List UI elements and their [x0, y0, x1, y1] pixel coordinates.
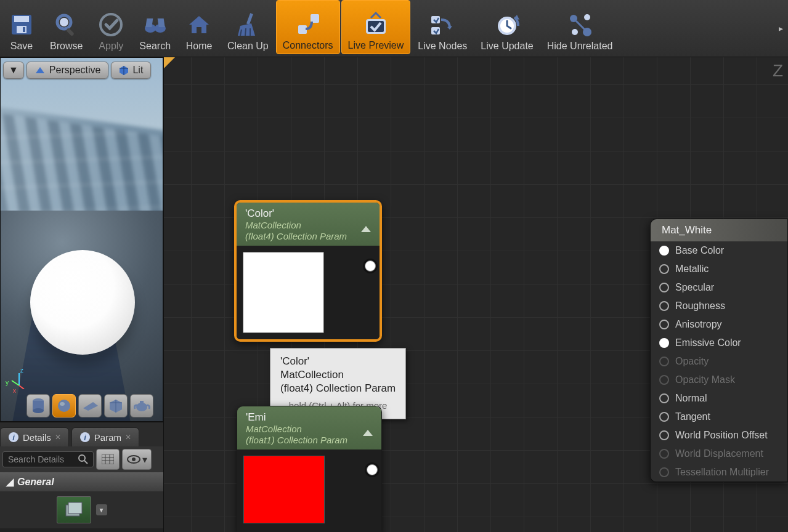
cube-icon	[119, 65, 129, 75]
material-pin-roughness[interactable]: Roughness	[651, 297, 787, 315]
tab-details[interactable]: i Details ✕	[0, 427, 69, 446]
material-pin-tangent[interactable]: Tangent	[651, 408, 787, 426]
node-header[interactable]: 'Emi MatCollection (float1) Collection P…	[237, 406, 381, 449]
viewport-perspective-dropdown[interactable]: Perspective	[26, 62, 109, 79]
material-pin-metallic[interactable]: Metallic	[651, 260, 787, 278]
material-pin-world-position-offset[interactable]: World Position Offset	[651, 426, 787, 445]
input-pin[interactable]	[659, 283, 669, 292]
preview-shape-row	[26, 394, 153, 417]
node-handle[interactable]	[248, 200, 261, 201]
pin-label: Tangent	[675, 411, 710, 422]
save-button[interactable]: Save	[1, 0, 43, 54]
input-pin[interactable]	[659, 393, 669, 403]
material-pins: Base ColorMetallicSpecularRoughnessAniso…	[651, 241, 787, 482]
material-pin-tessellation-multiplier[interactable]: Tessellation Multiplier	[651, 463, 787, 482]
cleanup-button[interactable]: Clean Up	[221, 0, 275, 54]
pin-label: Roughness	[675, 300, 725, 312]
home-button[interactable]: Home	[178, 0, 220, 54]
material-thumbnail[interactable]	[57, 496, 91, 523]
material-pin-opacity-mask[interactable]: Opacity Mask	[651, 371, 787, 389]
material-pin-world-displacement[interactable]: World Displacement	[651, 445, 787, 463]
preview-viewport[interactable]: ▼ Perspective Lit zyx	[0, 57, 163, 422]
pin-label: Specular	[675, 282, 714, 293]
live-preview-button[interactable]: Live Preview	[341, 0, 411, 54]
svg-point-47	[132, 457, 136, 461]
svg-rect-14	[311, 14, 319, 23]
section-general-header[interactable]: ◢General	[0, 472, 163, 491]
connectors-button[interactable]: Connectors	[276, 0, 340, 54]
connectors-icon	[293, 9, 323, 39]
shape-cube-button[interactable]	[104, 394, 128, 417]
pin-label: Base Color	[675, 245, 724, 256]
node-emissive-param[interactable]: 'Emi MatCollection (float1) Collection P…	[237, 406, 382, 532]
material-pin-anisotropy[interactable]: Anisotropy	[651, 315, 787, 334]
binoculars-icon	[140, 10, 170, 39]
collapse-icon[interactable]	[363, 430, 373, 436]
tab-params[interactable]: i Param ✕	[71, 427, 139, 446]
shape-cylinder-button[interactable]	[26, 394, 50, 417]
svg-rect-34	[140, 401, 144, 403]
node-header[interactable]: Mat_White	[651, 219, 787, 241]
live-nodes-button[interactable]: Live Nodes	[412, 0, 473, 54]
apply-button[interactable]: Apply	[90, 0, 132, 54]
node-color-param[interactable]: 'Color' MatCollection (float4) Collectio…	[234, 200, 382, 342]
input-pin[interactable]	[659, 449, 669, 459]
details-search-input[interactable]: Search Details	[2, 451, 94, 467]
output-pin[interactable]	[365, 260, 376, 272]
svg-line-26	[12, 381, 19, 385]
material-pin-opacity[interactable]: Opacity	[651, 352, 787, 371]
details-search-row: Search Details ▾	[0, 446, 163, 472]
color-swatch	[243, 456, 325, 523]
input-pin[interactable]	[659, 412, 669, 422]
material-graph[interactable]: Z 'Color' MatCollection (float4) Collect…	[163, 57, 788, 532]
collapse-icon[interactable]	[361, 226, 371, 232]
preview-mesh	[30, 250, 135, 355]
svg-rect-12	[246, 13, 253, 25]
shape-sphere-button[interactable]	[52, 394, 76, 417]
input-pin[interactable]	[659, 320, 669, 329]
node-material-output[interactable]: Mat_White Base ColorMetallicSpecularRoug…	[650, 219, 788, 482]
graph-zoom-label: Z	[773, 61, 783, 81]
save-icon	[7, 10, 36, 39]
material-pin-specular[interactable]: Specular	[651, 278, 787, 297]
info-icon: i	[79, 432, 91, 443]
node-header[interactable]: 'Color' MatCollection (float4) Collectio…	[237, 203, 380, 246]
material-pin-base-color[interactable]: Base Color	[651, 241, 787, 260]
input-pin[interactable]	[659, 357, 669, 366]
tab-close-icon[interactable]: ✕	[125, 433, 131, 441]
view-options-button[interactable]: ▾	[122, 449, 152, 470]
svg-rect-41	[102, 454, 114, 464]
svg-point-32	[60, 402, 65, 406]
input-pin[interactable]	[659, 430, 669, 440]
input-pin[interactable]	[659, 264, 669, 274]
pin-label: Opacity Mask	[675, 374, 735, 385]
pin-label: Anisotropy	[675, 319, 722, 330]
svg-rect-13	[298, 25, 307, 34]
shape-teapot-button[interactable]	[130, 394, 153, 417]
svg-point-7	[100, 14, 121, 35]
nodes-refresh-icon	[428, 10, 457, 39]
input-pin[interactable]	[659, 338, 669, 348]
graph-corner-indicator	[164, 57, 175, 68]
tab-close-icon[interactable]: ✕	[55, 433, 61, 441]
input-pin[interactable]	[659, 301, 669, 311]
live-update-button[interactable]: Live Update	[474, 0, 539, 54]
shape-plane-button[interactable]	[78, 394, 102, 417]
property-matrix-button[interactable]	[96, 449, 120, 470]
input-pin[interactable]	[659, 375, 669, 385]
material-pin-normal[interactable]: Normal	[651, 389, 787, 408]
input-pin[interactable]	[659, 246, 669, 256]
viewport-menu-dropdown[interactable]: ▼	[3, 62, 24, 79]
svg-point-30	[33, 408, 44, 413]
material-pin-emissive-color[interactable]: Emissive Color	[651, 334, 787, 352]
output-pin[interactable]	[367, 464, 378, 475]
svg-rect-10	[145, 18, 153, 27]
viewport-lit-dropdown[interactable]: Lit	[111, 62, 151, 79]
search-button[interactable]: Search	[133, 0, 177, 54]
input-pin[interactable]	[659, 467, 669, 477]
thumb-dropdown[interactable]: ▼	[96, 504, 107, 515]
pin-label: World Position Offset	[675, 430, 768, 441]
browse-button[interactable]: Browse	[44, 0, 89, 54]
hide-unrelated-button[interactable]: Hide Unrelated	[541, 0, 619, 54]
toolbar-overflow-icon[interactable]: ▸	[779, 23, 783, 33]
